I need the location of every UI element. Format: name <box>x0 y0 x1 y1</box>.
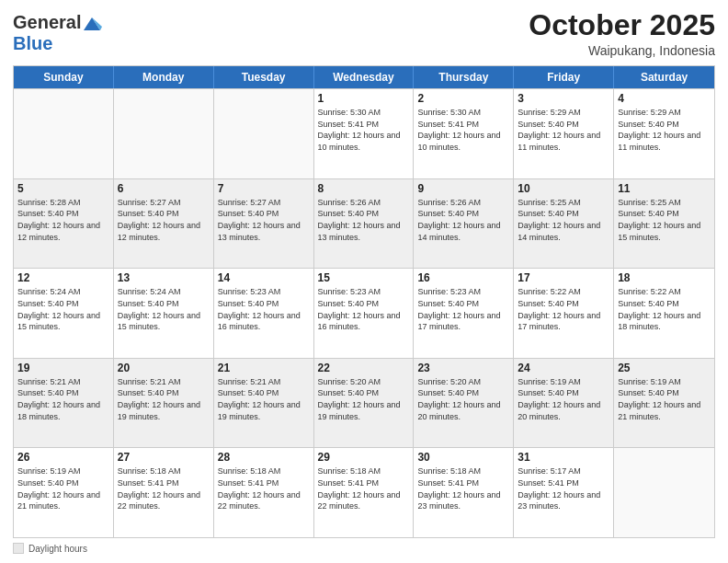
calendar-cell: 19Sunrise: 5:21 AM Sunset: 5:40 PM Dayli… <box>14 359 114 448</box>
day-number: 1 <box>318 92 410 105</box>
calendar: Sunday Monday Tuesday Wednesday Thursday… <box>13 65 715 538</box>
cell-info: Sunrise: 5:20 AM Sunset: 5:40 PM Dayligh… <box>318 376 410 422</box>
cell-info: Sunrise: 5:24 AM Sunset: 5:40 PM Dayligh… <box>118 286 210 332</box>
day-number: 13 <box>118 271 210 284</box>
cell-info: Sunrise: 5:21 AM Sunset: 5:40 PM Dayligh… <box>118 376 210 422</box>
cell-info: Sunrise: 5:19 AM Sunset: 5:40 PM Dayligh… <box>618 376 711 422</box>
day-number: 22 <box>318 362 410 374</box>
day-number: 20 <box>118 362 210 374</box>
cell-info: Sunrise: 5:21 AM Sunset: 5:40 PM Dayligh… <box>218 376 310 422</box>
calendar-row-1: 1Sunrise: 5:30 AM Sunset: 5:41 PM Daylig… <box>14 88 714 178</box>
day-number: 15 <box>318 271 410 284</box>
calendar-cell: 3Sunrise: 5:29 AM Sunset: 5:40 PM Daylig… <box>514 89 614 178</box>
calendar-cell: 14Sunrise: 5:23 AM Sunset: 5:40 PM Dayli… <box>214 269 314 358</box>
cell-info: Sunrise: 5:27 AM Sunset: 5:40 PM Dayligh… <box>118 197 210 243</box>
cell-info: Sunrise: 5:29 AM Sunset: 5:40 PM Dayligh… <box>518 107 609 153</box>
cell-info: Sunrise: 5:25 AM Sunset: 5:40 PM Dayligh… <box>618 197 711 243</box>
cell-info: Sunrise: 5:21 AM Sunset: 5:40 PM Dayligh… <box>17 376 109 422</box>
day-number: 16 <box>417 271 509 284</box>
calendar-row-3: 12Sunrise: 5:24 AM Sunset: 5:40 PM Dayli… <box>14 268 714 358</box>
day-number: 5 <box>17 182 109 195</box>
calendar-cell: 20Sunrise: 5:21 AM Sunset: 5:40 PM Dayli… <box>114 359 214 448</box>
header-thursday: Thursday <box>414 66 514 88</box>
day-number: 30 <box>417 451 509 464</box>
calendar-cell: 5Sunrise: 5:28 AM Sunset: 5:40 PM Daylig… <box>14 179 114 269</box>
day-number: 19 <box>17 362 109 374</box>
logo: General Blue <box>13 13 103 53</box>
cell-info: Sunrise: 5:27 AM Sunset: 5:40 PM Dayligh… <box>218 197 310 243</box>
calendar-cell: 25Sunrise: 5:19 AM Sunset: 5:40 PM Dayli… <box>614 359 714 448</box>
cell-info: Sunrise: 5:24 AM Sunset: 5:40 PM Dayligh… <box>17 286 109 332</box>
cell-info: Sunrise: 5:23 AM Sunset: 5:40 PM Dayligh… <box>417 286 509 332</box>
calendar-cell: 7Sunrise: 5:27 AM Sunset: 5:40 PM Daylig… <box>214 179 314 269</box>
calendar-cell: 6Sunrise: 5:27 AM Sunset: 5:40 PM Daylig… <box>114 179 214 269</box>
logo-blue: Blue <box>13 34 103 53</box>
calendar-cell <box>614 448 714 537</box>
title-block: October 2025 Waipukang, Indonesia <box>529 9 715 58</box>
calendar-row-2: 5Sunrise: 5:28 AM Sunset: 5:40 PM Daylig… <box>14 178 714 269</box>
cell-info: Sunrise: 5:18 AM Sunset: 5:41 PM Dayligh… <box>118 465 210 511</box>
calendar-cell: 31Sunrise: 5:17 AM Sunset: 5:41 PM Dayli… <box>514 448 614 537</box>
day-number: 10 <box>518 182 609 195</box>
cell-info: Sunrise: 5:17 AM Sunset: 5:41 PM Dayligh… <box>518 465 609 511</box>
calendar-cell: 10Sunrise: 5:25 AM Sunset: 5:40 PM Dayli… <box>514 179 614 269</box>
day-number: 11 <box>618 182 711 195</box>
cell-info: Sunrise: 5:22 AM Sunset: 5:40 PM Dayligh… <box>518 286 609 332</box>
cell-info: Sunrise: 5:18 AM Sunset: 5:41 PM Dayligh… <box>218 465 310 511</box>
calendar-cell <box>14 89 114 178</box>
calendar-cell: 17Sunrise: 5:22 AM Sunset: 5:40 PM Dayli… <box>514 269 614 358</box>
cell-info: Sunrise: 5:23 AM Sunset: 5:40 PM Dayligh… <box>318 286 410 332</box>
day-number: 29 <box>318 451 410 464</box>
calendar-cell: 11Sunrise: 5:25 AM Sunset: 5:40 PM Dayli… <box>614 179 714 269</box>
cell-info: Sunrise: 5:23 AM Sunset: 5:40 PM Dayligh… <box>218 286 310 332</box>
cell-info: Sunrise: 5:19 AM Sunset: 5:40 PM Dayligh… <box>518 376 609 422</box>
day-number: 21 <box>218 362 310 374</box>
calendar-body: 1Sunrise: 5:30 AM Sunset: 5:41 PM Daylig… <box>14 88 714 537</box>
calendar-cell: 1Sunrise: 5:30 AM Sunset: 5:41 PM Daylig… <box>314 89 415 178</box>
day-number: 23 <box>417 362 509 374</box>
calendar-cell: 27Sunrise: 5:18 AM Sunset: 5:41 PM Dayli… <box>114 448 214 537</box>
day-number: 24 <box>518 362 609 374</box>
day-number: 18 <box>618 271 711 284</box>
day-number: 14 <box>218 271 310 284</box>
calendar-cell: 30Sunrise: 5:18 AM Sunset: 5:41 PM Dayli… <box>414 448 514 537</box>
header: General Blue October 2025 Waipukang, Ind… <box>13 9 715 58</box>
month-title: October 2025 <box>529 9 715 41</box>
cell-info: Sunrise: 5:29 AM Sunset: 5:40 PM Dayligh… <box>618 107 711 153</box>
calendar-cell: 29Sunrise: 5:18 AM Sunset: 5:41 PM Dayli… <box>314 448 415 537</box>
header-tuesday: Tuesday <box>214 66 314 88</box>
daylight-label: Daylight hours <box>28 544 87 554</box>
header-wednesday: Wednesday <box>314 66 415 88</box>
calendar-cell: 8Sunrise: 5:26 AM Sunset: 5:40 PM Daylig… <box>314 179 415 269</box>
day-number: 27 <box>118 451 210 464</box>
daylight-legend-dot <box>13 543 24 554</box>
cell-info: Sunrise: 5:19 AM Sunset: 5:40 PM Dayligh… <box>17 465 109 511</box>
header-sunday: Sunday <box>14 66 114 88</box>
cell-info: Sunrise: 5:18 AM Sunset: 5:41 PM Dayligh… <box>318 465 410 511</box>
location: Waipukang, Indonesia <box>529 43 715 58</box>
calendar-header: Sunday Monday Tuesday Wednesday Thursday… <box>14 66 714 88</box>
calendar-row-4: 19Sunrise: 5:21 AM Sunset: 5:40 PM Dayli… <box>14 358 714 448</box>
cell-info: Sunrise: 5:30 AM Sunset: 5:41 PM Dayligh… <box>417 107 509 153</box>
calendar-cell: 24Sunrise: 5:19 AM Sunset: 5:40 PM Dayli… <box>514 359 614 448</box>
header-monday: Monday <box>114 66 214 88</box>
calendar-cell: 13Sunrise: 5:24 AM Sunset: 5:40 PM Dayli… <box>114 269 214 358</box>
calendar-cell: 23Sunrise: 5:20 AM Sunset: 5:40 PM Dayli… <box>414 359 514 448</box>
page: General Blue October 2025 Waipukang, Ind… <box>0 0 728 563</box>
cell-info: Sunrise: 5:30 AM Sunset: 5:41 PM Dayligh… <box>318 107 410 153</box>
calendar-cell: 21Sunrise: 5:21 AM Sunset: 5:40 PM Dayli… <box>214 359 314 448</box>
day-number: 6 <box>118 182 210 195</box>
cell-info: Sunrise: 5:22 AM Sunset: 5:40 PM Dayligh… <box>618 286 711 332</box>
day-number: 26 <box>17 451 109 464</box>
logo-general: General <box>13 12 81 32</box>
calendar-cell: 28Sunrise: 5:18 AM Sunset: 5:41 PM Dayli… <box>214 448 314 537</box>
day-number: 7 <box>218 182 310 195</box>
calendar-cell: 16Sunrise: 5:23 AM Sunset: 5:40 PM Dayli… <box>414 269 514 358</box>
day-number: 25 <box>618 362 711 374</box>
day-number: 28 <box>218 451 310 464</box>
calendar-cell <box>114 89 214 178</box>
footer: Daylight hours <box>13 543 715 554</box>
calendar-cell: 22Sunrise: 5:20 AM Sunset: 5:40 PM Dayli… <box>314 359 415 448</box>
calendar-cell: 15Sunrise: 5:23 AM Sunset: 5:40 PM Dayli… <box>314 269 415 358</box>
cell-info: Sunrise: 5:26 AM Sunset: 5:40 PM Dayligh… <box>318 197 410 243</box>
